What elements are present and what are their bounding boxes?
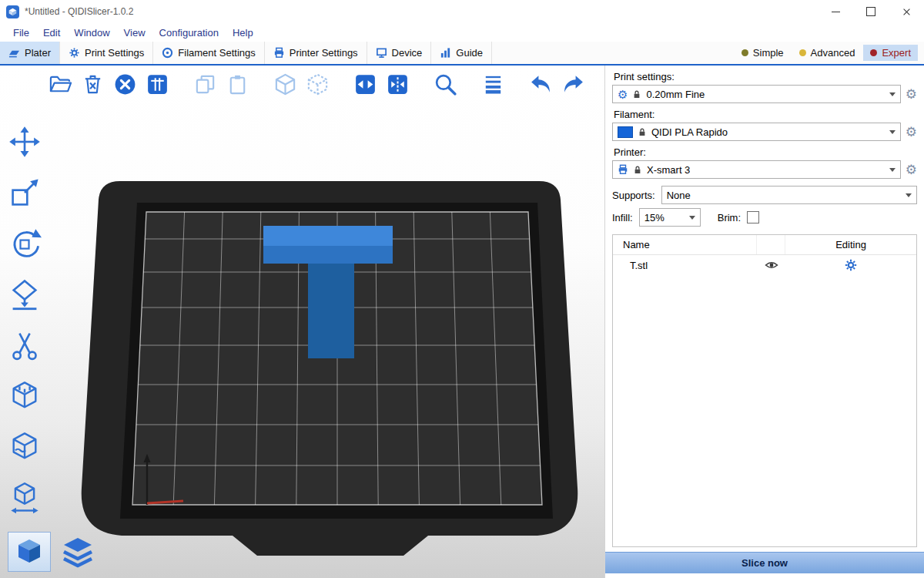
mode-advanced[interactable]: Advanced — [792, 45, 862, 61]
isometric-view-button[interactable] — [8, 532, 51, 572]
editing-icon — [845, 259, 857, 271]
delete-button[interactable] — [80, 72, 105, 97]
tab-filament-settings[interactable]: Filament Settings — [153, 42, 264, 64]
print-settings-gear-button[interactable]: ⚙ — [906, 88, 917, 101]
close-button[interactable] — [889, 0, 924, 23]
paint-support-tool-button[interactable] — [6, 378, 43, 414]
chevron-down-icon — [689, 216, 695, 220]
layers-icon — [60, 535, 95, 570]
scale-tool-button[interactable] — [6, 175, 43, 210]
mode-label: Expert — [882, 47, 911, 59]
remove-instance-button[interactable] — [305, 72, 330, 97]
window-title: *Untitled - QIDISlicer-1.0.2 — [25, 6, 133, 17]
object-name: T.stl — [613, 260, 758, 271]
mode-switcher: Simple Advanced Expert — [735, 42, 924, 64]
menu-window[interactable]: Window — [67, 27, 116, 39]
infill-label: Infill: — [612, 212, 633, 223]
move-tool-button[interactable] — [6, 124, 43, 160]
tab-device[interactable]: Device — [367, 42, 432, 64]
preset-gear-icon: ⚙ — [618, 89, 628, 100]
mode-label: Advanced — [811, 47, 855, 59]
print-bed-scene — [0, 66, 604, 578]
variable-layer-height-button[interactable] — [480, 72, 506, 97]
print-settings-value: 0.20mm Fine — [646, 89, 705, 100]
supports-value: None — [667, 190, 691, 201]
menu-file[interactable]: File — [6, 27, 36, 39]
split-to-objects-button[interactable] — [353, 72, 378, 97]
supports-label: Supports: — [612, 190, 655, 201]
menu-configuration[interactable]: Configuration — [152, 27, 226, 39]
search-button[interactable] — [433, 72, 458, 97]
lock-icon — [632, 89, 641, 99]
measure-tool-button[interactable] — [6, 480, 43, 516]
place-on-face-tool-button[interactable] — [6, 277, 43, 312]
print-settings-combo[interactable]: ⚙ 0.20mm Fine — [612, 85, 901, 103]
mode-expert[interactable]: Expert — [863, 45, 918, 61]
tab-label: Guide — [456, 47, 483, 59]
printer-settings-icon — [273, 47, 285, 59]
top-toolbar — [48, 72, 586, 97]
maximize-button[interactable] — [853, 0, 889, 23]
filament-value: QIDI PLA Rapido — [651, 126, 728, 138]
mode-label: Simple — [753, 47, 784, 59]
tab-printer-settings[interactable]: Printer Settings — [265, 42, 367, 64]
tab-label: Print Settings — [85, 47, 144, 59]
menu-edit[interactable]: Edit — [36, 27, 67, 39]
filament-gear-button[interactable]: ⚙ — [906, 126, 917, 139]
infill-value: 15% — [644, 212, 665, 223]
mode-simple[interactable]: Simple — [735, 45, 791, 61]
tab-label: Printer Settings — [290, 47, 358, 59]
supports-combo[interactable]: None — [661, 186, 917, 204]
advanced-mode-dot-icon — [799, 49, 806, 56]
tab-print-settings[interactable]: Print Settings — [60, 42, 153, 64]
simple-mode-dot-icon — [742, 49, 748, 56]
slice-now-button[interactable]: Slice now — [605, 552, 924, 573]
arrange-button[interactable] — [145, 72, 170, 97]
menu-help[interactable]: Help — [226, 27, 260, 39]
rotate-tool-button[interactable] — [6, 226, 43, 261]
printer-gear-button[interactable]: ⚙ — [906, 163, 917, 176]
visibility-toggle[interactable] — [758, 260, 785, 271]
print-settings-label: Print settings: — [614, 71, 917, 82]
printer-combo[interactable]: X-smart 3 — [612, 160, 901, 179]
layers-view-button[interactable] — [59, 533, 97, 572]
cut-tool-button[interactable] — [6, 328, 43, 363]
app-window: *Untitled - QIDISlicer-1.0.2 File Edit W… — [0, 0, 924, 578]
delete-all-button[interactable] — [112, 72, 138, 97]
tab-guide[interactable]: Guide — [431, 42, 492, 64]
tab-label: Plater — [25, 47, 51, 59]
split-to-parts-button[interactable] — [385, 72, 410, 97]
expert-mode-dot-icon — [870, 49, 877, 56]
printer-icon — [618, 164, 628, 175]
tab-plater[interactable]: Plater — [0, 42, 60, 64]
copy-button[interactable] — [192, 72, 218, 97]
close-icon — [902, 8, 911, 16]
3d-viewport[interactable] — [0, 66, 604, 578]
print-settings-icon — [69, 47, 80, 59]
add-instance-button[interactable] — [273, 72, 298, 97]
open-button[interactable] — [48, 72, 73, 97]
menu-view[interactable]: View — [117, 27, 152, 39]
object-row-t-stl[interactable]: T.stl — [613, 255, 916, 275]
minimize-button[interactable] — [818, 0, 853, 23]
paste-button[interactable] — [225, 72, 250, 97]
undo-button[interactable] — [528, 72, 554, 97]
visibility-column-header — [756, 235, 785, 254]
tab-label: Filament Settings — [178, 47, 255, 59]
redo-button[interactable] — [561, 72, 586, 97]
maximize-icon — [866, 7, 875, 16]
printer-label: Printer: — [614, 146, 917, 158]
editing-column-header: Editing — [785, 235, 916, 254]
object-list-header: Name Editing — [613, 235, 916, 255]
edit-object-button[interactable] — [785, 259, 916, 271]
object-list: Name Editing T.stl — [612, 234, 917, 547]
chevron-down-icon — [889, 130, 896, 134]
seam-tool-button[interactable] — [6, 429, 43, 465]
chevron-down-icon — [906, 193, 912, 197]
infill-combo[interactable]: 15% — [639, 208, 701, 227]
plater-icon — [8, 47, 20, 59]
tab-label: Device — [392, 47, 423, 59]
filament-color-swatch — [618, 126, 633, 138]
brim-checkbox[interactable] — [747, 211, 759, 223]
filament-combo[interactable]: QIDI PLA Rapido — [612, 123, 901, 141]
